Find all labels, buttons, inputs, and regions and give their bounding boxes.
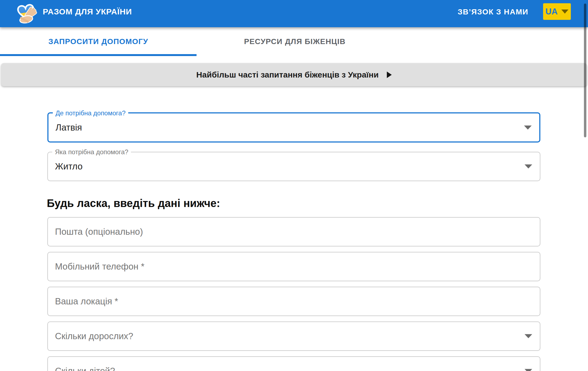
brand-title: РАЗОМ ДЛЯ УКРАЇНИ xyxy=(43,0,132,23)
adults-select[interactable]: Скільки дорослих? xyxy=(47,321,540,351)
language-button[interactable]: UA xyxy=(543,3,571,20)
children-select[interactable]: Скільки дітей? xyxy=(47,356,540,371)
email-input[interactable] xyxy=(48,218,540,246)
country-select[interactable]: Де потрібна допомога? Латвія xyxy=(47,112,540,143)
form-section-heading: Будь ласка, введіть дані нижче: xyxy=(47,197,220,209)
chevron-down-icon xyxy=(525,165,532,169)
active-tab-indicator xyxy=(0,54,197,56)
tab-refugee-resources-label: РЕСУРСИ ДЛЯ БІЖЕНЦІВ xyxy=(244,37,346,46)
adults-select-placeholder: Скільки дорослих? xyxy=(55,331,133,341)
help-type-select[interactable]: Яка потрібна допомога? Житло xyxy=(47,152,540,181)
caret-down-icon xyxy=(561,10,568,14)
country-select-label: Де потрібна допомога? xyxy=(53,109,128,117)
faq-accordion-label: Найбільш часті запитання біженців з Укра… xyxy=(196,70,379,79)
language-label: UA xyxy=(546,7,558,17)
contact-link[interactable]: ЗВ’ЯЗОК З НАМИ xyxy=(458,0,528,24)
chevron-down-icon xyxy=(525,334,532,338)
play-arrow-icon xyxy=(387,72,392,78)
page: РАЗОМ ДЛЯ УКРАЇНИ ЗВ’ЯЗОК З НАМИ UA ЗАПР… xyxy=(0,0,588,371)
help-type-select-label: Яка потрібна допомога? xyxy=(52,148,131,156)
chevron-down-icon xyxy=(525,369,532,371)
location-input[interactable] xyxy=(48,287,540,316)
tab-request-help[interactable]: ЗАПРОСИТИ ДОПОМОГУ xyxy=(0,27,197,56)
faq-accordion[interactable]: Найбільш часті запитання біженців з Укра… xyxy=(1,63,587,86)
help-type-select-value: Житло xyxy=(55,161,82,172)
email-field-box xyxy=(47,217,540,246)
phone-field-box xyxy=(47,252,540,281)
heart-in-hand-logo-icon xyxy=(16,2,38,24)
chevron-down-icon xyxy=(524,125,532,129)
location-field-box xyxy=(47,287,540,316)
tab-request-help-label: ЗАПРОСИТИ ДОПОМОГУ xyxy=(48,37,148,46)
scrollbar-thumb[interactable] xyxy=(584,4,586,137)
app-header: РАЗОМ ДЛЯ УКРАЇНИ ЗВ’ЯЗОК З НАМИ UA xyxy=(0,0,588,27)
children-select-placeholder: Скільки дітей? xyxy=(55,366,115,371)
phone-input[interactable] xyxy=(48,252,540,281)
tab-refugee-resources[interactable]: РЕСУРСИ ДЛЯ БІЖЕНЦІВ xyxy=(197,27,393,56)
tab-bar: ЗАПРОСИТИ ДОПОМОГУ РЕСУРСИ ДЛЯ БІЖЕНЦІВ xyxy=(0,27,393,56)
country-select-value: Латвія xyxy=(56,122,82,133)
